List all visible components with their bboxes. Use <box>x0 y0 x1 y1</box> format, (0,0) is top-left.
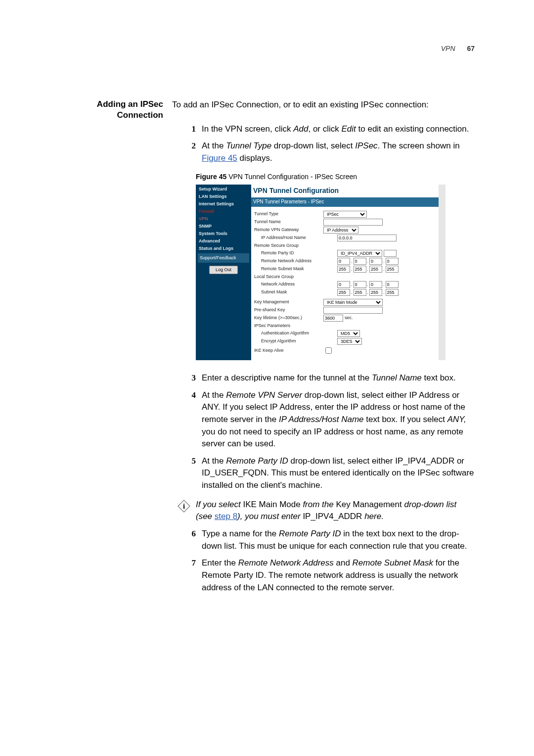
info-note: If you select IKE Main Mode from the Key… <box>196 499 475 523</box>
step-number: 6 <box>172 528 202 552</box>
screenshot-section-bar: VPN Tunnel Parameters - IPSec <box>251 197 439 207</box>
info-icon: i <box>172 499 196 518</box>
step-text: Enter a descriptive name for the tunnel … <box>202 372 475 384</box>
nav-firewall[interactable]: Firewall <box>196 208 251 215</box>
screenshot-sidebar: Setup Wizard LAN Settings Internet Setti… <box>196 185 251 360</box>
label-ike-keep-alive: IKE Keep Alive <box>254 347 323 354</box>
nav-vpn[interactable]: VPN <box>196 215 251 223</box>
ip-address-host-input[interactable] <box>337 235 397 241</box>
nav-snmp[interactable]: SNMP <box>196 223 251 230</box>
step-number: 3 <box>172 372 202 384</box>
rsm-oct1[interactable] <box>337 266 350 273</box>
figure-link[interactable]: Figure 45 <box>202 153 237 163</box>
label-key-management: Key Management <box>254 299 323 305</box>
heading-line2: Connection <box>117 110 164 120</box>
step-text: In the VPN screen, click Add, or click E… <box>202 123 475 136</box>
nav-setup-wizard[interactable]: Setup Wizard <box>196 186 251 193</box>
key-management-select[interactable]: IKE Main Mode <box>323 299 383 306</box>
nav-advanced[interactable]: Advanced <box>196 237 251 245</box>
step-number: 5 <box>172 455 202 492</box>
step-text: At the Remote Party ID drop-down list, s… <box>202 455 475 492</box>
auth-algorithm-select[interactable]: MD5 <box>337 330 360 337</box>
remote-party-id-input[interactable] <box>384 250 397 257</box>
na-oct3[interactable] <box>369 281 382 288</box>
rna-oct1[interactable] <box>337 258 350 265</box>
step-number: 1 <box>172 123 202 136</box>
nav-support-feedback[interactable]: Support/Feedback <box>198 253 249 263</box>
rna-oct2[interactable] <box>354 258 366 265</box>
key-lifetime-input[interactable] <box>323 315 343 322</box>
page-header: VPN 67 <box>441 45 475 52</box>
logout-button[interactable]: Log Out <box>209 266 238 274</box>
section-heading: Adding an IPSec Connection <box>69 99 172 599</box>
sm-oct4[interactable] <box>386 289 399 296</box>
label-encrypt-algorithm: Encrypt Algorithm <box>254 338 337 344</box>
label-auth-algorithm: Authentication Algorithm <box>254 330 337 336</box>
step-text: Type a name for the Remote Party ID in t… <box>202 528 475 552</box>
group-local-secure: Local Secure Group <box>254 274 436 280</box>
group-remote-secure: Remote Secure Group <box>254 242 436 249</box>
label-key-lifetime: Key lifetime (>=300sec.) <box>254 315 323 321</box>
label-tunnel-name: Tunnel Name <box>254 219 323 225</box>
encrypt-algorithm-select[interactable]: 3DES <box>337 338 362 345</box>
step-text: At the Remote VPN Server drop-down list,… <box>202 389 475 450</box>
step8-link[interactable]: step 8 <box>215 512 237 521</box>
label-subnet-mask: Subnet Mask <box>254 289 337 295</box>
label-network-address: Network Address <box>254 281 337 287</box>
sm-oct2[interactable] <box>354 289 366 296</box>
nav-system-tools[interactable]: System Tools <box>196 230 251 237</box>
rna-oct3[interactable] <box>369 258 382 265</box>
heading-line1: Adding an IPSec <box>97 99 163 109</box>
rsm-oct2[interactable] <box>354 266 366 273</box>
rsm-oct4[interactable] <box>386 266 399 273</box>
remote-party-id-select[interactable]: ID_IPV4_ADDR <box>337 250 382 257</box>
preshared-key-input[interactable] <box>323 307 383 314</box>
label-tunnel-type: Tunnel Type <box>254 211 323 217</box>
na-oct4[interactable] <box>386 281 399 288</box>
label-preshared-key: Pre-shared Key <box>254 307 323 313</box>
step-number: 4 <box>172 389 202 450</box>
nav-lan-settings[interactable]: LAN Settings <box>196 193 251 200</box>
key-lifetime-unit: sec. <box>345 315 353 321</box>
step-number: 2 <box>172 140 202 164</box>
screenshot-title: VPN Tunnel Configuration <box>251 185 439 197</box>
nav-status-logs[interactable]: Status and Logs <box>196 245 251 252</box>
ike-keep-alive-checkbox[interactable] <box>325 347 332 354</box>
figure-caption: Figure 45 VPN Tunnel Configuration - IPS… <box>196 172 475 182</box>
remote-vpn-gateway-select[interactable]: IP Address <box>323 227 358 234</box>
label-ipsec-parameters: IPSec Parameters <box>254 323 323 329</box>
label-remote-party-id: Remote Party ID <box>254 250 337 256</box>
step-text: Enter the Remote Network Address and Rem… <box>202 557 475 594</box>
header-page-number: 67 <box>467 45 475 52</box>
embedded-screenshot: Setup Wizard LAN Settings Internet Setti… <box>196 185 445 360</box>
label-ip-address-host: IP Address/Host Name <box>254 235 337 241</box>
step-text: At the Tunnel Type drop-down list, selec… <box>202 140 475 164</box>
header-section: VPN <box>441 45 455 52</box>
na-oct1[interactable] <box>337 281 350 288</box>
step-number: 7 <box>172 557 202 594</box>
rsm-oct3[interactable] <box>369 266 382 273</box>
sm-oct1[interactable] <box>337 289 350 296</box>
label-remote-subnet-mask: Remote Subnet Mask <box>254 266 337 272</box>
label-remote-vpn-gateway: Remote VPN Gateway <box>254 227 323 233</box>
label-remote-network-address: Remote Network Address <box>254 258 337 264</box>
sm-oct3[interactable] <box>369 289 382 296</box>
rna-oct4[interactable] <box>386 258 399 265</box>
svg-text:i: i <box>183 502 185 510</box>
intro-text: To add an IPSec Connection, or to edit a… <box>172 99 475 111</box>
na-oct2[interactable] <box>354 281 366 288</box>
tunnel-name-input[interactable] <box>323 219 383 226</box>
tunnel-type-select[interactable]: IPSec <box>323 211 367 218</box>
nav-internet-settings[interactable]: Internet Settings <box>196 200 251 208</box>
